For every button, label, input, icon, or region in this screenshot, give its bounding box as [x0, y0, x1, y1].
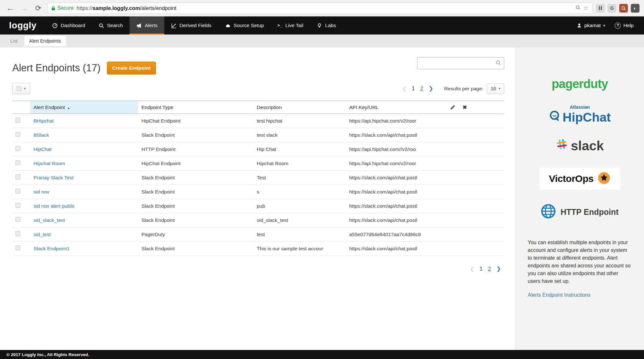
endpoint-name-link[interactable]: BHipchat [34, 118, 54, 124]
help-menu[interactable]: ? Help [615, 23, 634, 29]
endpoint-description: test [254, 227, 346, 242]
endpoint-name-link[interactable]: HipChat [34, 146, 52, 152]
column-header-endpoint-type[interactable]: Endpoint Type [138, 101, 254, 114]
nav-item-label: Live Tail [285, 23, 303, 28]
alerts-endpoint-instructions-link[interactable]: Alerts Endpoint Instructions [515, 292, 603, 298]
nav-item-label: Derived Fields [179, 23, 211, 28]
next-page-icon[interactable]: ❯ [496, 265, 501, 272]
nav-item-live-tail[interactable]: >_ Live Tail [271, 16, 310, 35]
victorops-logo: VictorOps [539, 167, 621, 190]
endpoint-api-key: https://slack.com/api/chat.postl [346, 213, 504, 227]
sort-asc-icon: ▲ [67, 106, 70, 110]
endpoint-name-link[interactable]: Hipchat Room [34, 161, 65, 166]
hipchat-bubble-icon [549, 110, 560, 125]
page-number-current[interactable]: 1 [412, 85, 415, 92]
slack-logo: slack [556, 138, 604, 154]
help-icon: ? [615, 23, 621, 29]
row-checkbox[interactable] [15, 175, 20, 179]
nav-item-labs[interactable]: Labs [310, 16, 343, 35]
subnav-tab-alert-endpoints[interactable]: Alert Endpoints [24, 36, 66, 46]
endpoint-api-key: https://slack.com/api/chat.postl [346, 242, 504, 256]
column-header-description[interactable]: Description [254, 101, 346, 114]
subnav-item-list[interactable]: List [10, 38, 18, 44]
extension-search-icon[interactable] [619, 4, 628, 13]
nav-item-source-setup[interactable]: Source Setup [218, 16, 271, 35]
endpoint-search-box[interactable] [417, 57, 504, 69]
select-all-checkbox[interactable] [17, 86, 22, 91]
address-bar[interactable]: Secure https://sample.loggly.com/alerts/… [47, 3, 593, 14]
nav-item-derived-fields[interactable]: Derived Fields [164, 16, 218, 35]
results-per-page-value: 10 [491, 86, 496, 91]
victorops-wordmark: VictorOps [549, 173, 593, 184]
refresh-icon[interactable]: ⟳ [33, 4, 44, 13]
extension-icons: G ◐ [596, 4, 639, 13]
prev-page-icon[interactable]: ❮ [402, 86, 407, 92]
row-checkbox[interactable] [15, 231, 20, 236]
endpoint-name-link[interactable]: sid_test [34, 232, 51, 237]
endpoint-name-link[interactable]: sid nov [34, 189, 49, 194]
results-per-page: Results per page: 10 ▾ [444, 84, 504, 94]
forward-icon[interactable]: → [19, 4, 30, 13]
delete-icon[interactable]: ✖ [463, 104, 467, 110]
column-header-api-key[interactable]: API Key/URL [346, 101, 447, 114]
footer: © 2017 Loggly Inc., All Rights Reserved. [0, 350, 644, 359]
nav-item-label: Alerts [145, 23, 158, 28]
extension-pause-icon[interactable] [596, 4, 605, 13]
bookmark-star-icon[interactable]: ☆ [583, 5, 589, 12]
row-checkbox[interactable] [15, 160, 20, 165]
sidebar-description: You can establish multiple endpoints in … [515, 239, 644, 285]
row-checkbox[interactable] [15, 118, 20, 123]
endpoint-name-link[interactable]: Slack Endpoint1 [34, 246, 70, 251]
top-navbar: loggly Dashboard Search Alerts Derived F… [0, 16, 644, 35]
endpoint-name-link[interactable]: sid_slack_test [34, 217, 65, 223]
page-number-2[interactable]: 2 [488, 266, 491, 272]
row-checkbox[interactable] [15, 245, 20, 250]
back-icon[interactable]: ← [5, 4, 15, 13]
endpoint-type: HTTP Endpoint [138, 142, 254, 156]
search-icon [99, 23, 104, 28]
row-checkbox[interactable] [15, 146, 20, 151]
row-checkbox[interactable] [15, 132, 20, 137]
page-number-current[interactable]: 1 [479, 266, 482, 272]
prev-page-icon[interactable]: ❮ [470, 266, 474, 272]
endpoint-description: Test [254, 171, 346, 185]
extension-moon-icon[interactable]: ◐ [631, 4, 639, 13]
nav-item-dashboard[interactable]: Dashboard [45, 16, 92, 35]
column-header-alert-endpoint[interactable]: Alert Endpoint▲ [30, 101, 138, 114]
row-checkbox[interactable] [15, 203, 20, 208]
endpoint-type: Slack Endpoint [138, 213, 254, 227]
endpoint-api-key: https://api.hipchat.com/v2/roor [346, 114, 504, 128]
nav-items: Dashboard Search Alerts Derived Fields S… [45, 16, 343, 35]
nav-item-alerts[interactable]: Alerts [130, 16, 164, 35]
extension-g-icon[interactable]: G [608, 4, 616, 13]
results-per-page-dropdown[interactable]: 10 ▾ [487, 84, 504, 94]
search-box-icon[interactable] [495, 60, 501, 67]
endpoint-search-input[interactable] [420, 61, 495, 66]
hipchat-wordmark: HipChat [562, 110, 611, 125]
row-checkbox[interactable] [15, 217, 20, 222]
edit-icon[interactable] [450, 105, 456, 110]
endpoint-name-link[interactable]: sid nov alert public [34, 203, 75, 209]
column-header-actions: ✖ [447, 101, 504, 114]
endpoint-api-key: a55e077d64e64017aa7c4d86c8 [346, 227, 504, 242]
endpoint-api-key: https://slack.com/api/chat.postl [346, 128, 504, 142]
nav-item-label: Labs [325, 23, 336, 28]
next-page-icon[interactable]: ❯ [429, 85, 433, 92]
endpoint-name-link[interactable]: Pranay Slack Test [34, 175, 73, 180]
row-checkbox[interactable] [15, 189, 20, 194]
page-number-2[interactable]: 2 [420, 85, 423, 92]
nav-item-search[interactable]: Search [92, 16, 130, 35]
user-icon [577, 23, 582, 28]
nav-item-label: Source Setup [234, 23, 264, 28]
endpoint-description: test slack [254, 128, 346, 142]
user-menu[interactable]: pkamat ▾ [577, 23, 605, 28]
checkbox-column-header [12, 101, 30, 114]
zoom-icon[interactable] [575, 5, 581, 12]
select-all-dropdown[interactable]: ▾ [12, 83, 30, 94]
create-endpoint-button[interactable]: Create Endpoint [107, 62, 156, 75]
atlassian-label: Atlassian [570, 105, 590, 110]
endpoint-name-link[interactable]: BSlack [34, 132, 49, 138]
chevron-down-icon: ▾ [498, 86, 500, 91]
loggly-logo[interactable]: loggly [0, 16, 45, 35]
integration-logos: pagerduty Atlassian HipChat slack Victor… [539, 77, 621, 220]
